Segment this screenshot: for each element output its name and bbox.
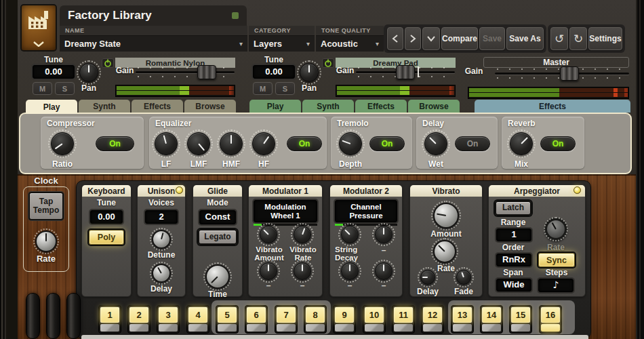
step-button-4[interactable]: 4	[186, 305, 209, 334]
layer2-tab-effects[interactable]: Effects	[355, 100, 407, 113]
detune-knob[interactable]	[152, 230, 171, 249]
delay-wet-knob[interactable]	[424, 132, 447, 155]
step-button-8[interactable]: 8	[304, 305, 327, 334]
step-switch[interactable]	[365, 324, 384, 332]
modulator1-source-display[interactable]: Modulation Wheel 1	[254, 200, 317, 222]
layer1-tab-effects[interactable]: Effects	[132, 100, 183, 113]
unison-delay-knob[interactable]	[152, 264, 171, 283]
step-button-2[interactable]: 2	[127, 305, 150, 334]
step-switch[interactable]	[277, 324, 296, 332]
step-switch[interactable]	[306, 324, 325, 332]
layer2-tab-browse[interactable]: Browse	[408, 100, 460, 113]
range-display[interactable]: 1	[496, 228, 531, 241]
step-button-12[interactable]: 12	[421, 305, 444, 334]
layer1-gain-track[interactable]	[136, 71, 235, 73]
mod1-vibrato-rate-knob[interactable]	[294, 226, 311, 243]
legato-button[interactable]: Legato	[198, 229, 237, 245]
step-button-11[interactable]: 11	[392, 305, 415, 334]
layer1-tab-browse[interactable]: Browse	[184, 100, 236, 113]
span-display[interactable]: Wide	[496, 279, 531, 292]
layer2-pan-knob[interactable]	[300, 63, 319, 82]
step-switch[interactable]	[100, 324, 119, 332]
layer1-tab-synth[interactable]: Synth	[79, 100, 130, 113]
step-button-7[interactable]: 7	[275, 305, 298, 334]
step-switch[interactable]	[129, 324, 148, 332]
step-switch[interactable]	[247, 324, 266, 332]
arp-rate-knob[interactable]	[544, 218, 567, 241]
reverb-mix-knob[interactable]	[510, 132, 533, 155]
undo-button[interactable]: ↺	[550, 27, 568, 50]
compressor-ratio-knob[interactable]	[51, 132, 74, 155]
vibrato-fade-knob[interactable]	[456, 270, 471, 285]
mod2-string-decay-knob[interactable]	[341, 226, 359, 243]
step-switch[interactable]	[218, 324, 237, 332]
redo-button[interactable]: ↻	[569, 27, 587, 50]
step-button-10[interactable]: 10	[363, 305, 386, 334]
layer2-tab-play[interactable]: Play	[249, 100, 301, 113]
layer2-tune-display[interactable]: 0.00	[253, 65, 295, 79]
step-switch[interactable]	[482, 324, 501, 332]
mod1-vibrato-amount-knob[interactable]	[260, 226, 277, 243]
layer1-power-button[interactable]	[102, 58, 114, 68]
expression-wheel[interactable]	[66, 293, 81, 339]
tone-quality-dropdown[interactable]: Acoustic ▾	[316, 36, 384, 52]
layer1-tune-display[interactable]: 0.00	[33, 65, 75, 79]
order-display[interactable]: RnRx	[496, 254, 531, 266]
step-button-1[interactable]: 1	[98, 305, 121, 334]
layer2-tab-synth[interactable]: Synth	[302, 100, 354, 113]
layer1-tab-play[interactable]: Play	[26, 100, 77, 114]
category-dropdown[interactable]: Layers ▾	[249, 36, 315, 52]
step-button-9[interactable]: 9	[333, 305, 356, 334]
poly-button[interactable]: Poly	[89, 230, 124, 245]
step-switch[interactable]	[541, 324, 560, 332]
step-switch[interactable]	[335, 324, 354, 332]
equalizer-on-button[interactable]: On	[287, 136, 322, 151]
clock-rate-knob[interactable]	[35, 231, 57, 252]
step-switch[interactable]	[159, 324, 178, 332]
step-switch[interactable]	[423, 324, 442, 332]
step-switch[interactable]	[453, 324, 472, 332]
reverb-on-button[interactable]: On	[540, 136, 576, 151]
mod1-aux-knob-2[interactable]	[294, 262, 311, 280]
save-button[interactable]: Save	[479, 27, 505, 50]
tremolo-on-button[interactable]: On	[369, 136, 405, 151]
mod2-aux-knob-3[interactable]	[375, 262, 393, 280]
step-button-6[interactable]: 6	[245, 305, 268, 334]
latch-button[interactable]: Latch	[495, 201, 531, 216]
step-switch[interactable]	[188, 324, 207, 332]
layer2-power-button[interactable]	[322, 58, 334, 68]
save-as-button[interactable]: Save As	[506, 27, 544, 50]
vibrato-amount-knob[interactable]	[433, 203, 459, 228]
layer1-pan-knob[interactable]	[79, 63, 98, 82]
eq-lmf-knob[interactable]	[187, 132, 210, 155]
pitch-wheel[interactable]	[26, 293, 40, 339]
mod-wheel[interactable]	[46, 293, 60, 339]
next-preset-button[interactable]	[405, 27, 421, 50]
mod1-aux-knob-1[interactable]	[260, 262, 277, 280]
step-switch[interactable]	[511, 324, 530, 332]
delay-on-button[interactable]: On	[455, 136, 490, 151]
layer2-mute-button[interactable]: M	[253, 82, 273, 95]
preset-name-dropdown[interactable]: Dreamy State ▾	[60, 36, 247, 52]
master-gain-fader[interactable]	[560, 66, 579, 81]
step-button-14[interactable]: 14	[480, 305, 503, 334]
layer1-mute-button[interactable]: M	[33, 82, 52, 95]
master-tab-effects[interactable]: Effects	[475, 100, 630, 113]
tremolo-depth-knob[interactable]	[339, 132, 362, 155]
preset-list-button[interactable]	[422, 27, 440, 50]
vibrato-delay-knob[interactable]	[420, 270, 435, 285]
layer2-solo-button[interactable]: S	[275, 82, 295, 95]
step-button-15[interactable]: 15	[509, 305, 532, 334]
step-button-16[interactable]: 16	[539, 305, 562, 334]
keyboard-tune-display[interactable]: 0.00	[90, 210, 123, 224]
layer1-solo-button[interactable]: S	[55, 82, 75, 95]
vibrato-rate-knob[interactable]	[433, 240, 456, 263]
step-switch[interactable]	[394, 324, 413, 332]
compressor-on-button[interactable]: On	[96, 136, 134, 151]
tap-tempo-button[interactable]: Tap Tempo	[28, 192, 64, 220]
eq-hf-knob[interactable]	[252, 132, 275, 155]
note-value-display[interactable]: ♪	[538, 279, 573, 292]
step-button-13[interactable]: 13	[451, 305, 474, 334]
compare-button[interactable]: Compare	[441, 27, 478, 50]
glide-time-knob[interactable]	[205, 264, 230, 289]
